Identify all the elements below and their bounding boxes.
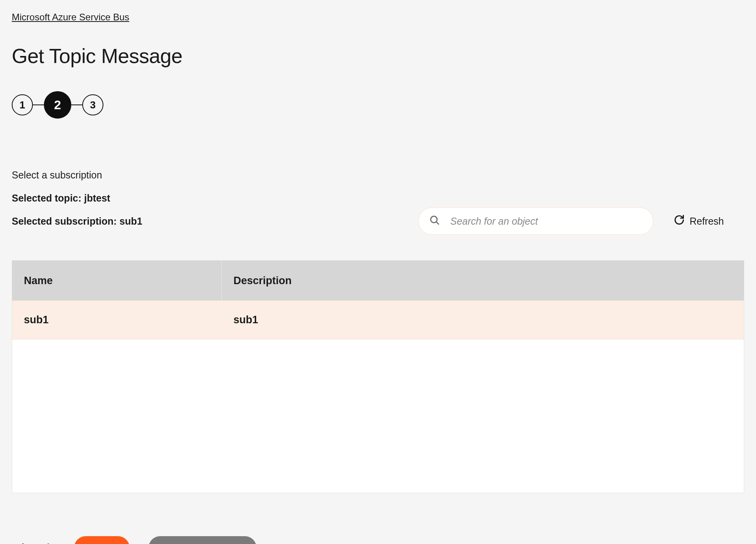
subscription-table: Name Description sub1 sub1	[12, 260, 744, 493]
refresh-button[interactable]: Refresh	[669, 211, 729, 231]
table-cell-name: sub1	[12, 314, 222, 326]
breadcrumb-link[interactable]: Microsoft Azure Service Bus	[12, 12, 129, 23]
back-label: Back	[27, 542, 53, 544]
section-subtitle: Select a subscription	[12, 169, 744, 181]
back-button[interactable]: Back	[16, 539, 55, 544]
refresh-icon	[674, 214, 685, 228]
step-connector	[33, 104, 44, 106]
table-header-name[interactable]: Name	[12, 261, 222, 301]
chevron-left-icon	[19, 542, 24, 544]
step-2[interactable]: 2	[44, 91, 71, 119]
refresh-label: Refresh	[689, 216, 724, 227]
discard-button[interactable]: Discard Changes	[148, 536, 257, 544]
stepper: 1 2 3	[12, 91, 744, 119]
table-header: Name Description	[12, 261, 744, 301]
selected-topic-label: Selected topic: jbtest	[12, 193, 744, 204]
search-container	[418, 207, 653, 235]
next-button[interactable]: Next	[74, 536, 130, 544]
table-row[interactable]: sub1 sub1	[12, 301, 744, 340]
step-1[interactable]: 1	[12, 94, 33, 115]
step-connector	[71, 104, 82, 106]
table-cell-description: sub1	[222, 314, 744, 326]
table-header-description[interactable]: Description	[222, 275, 744, 287]
button-row: Back Next Discard Changes	[12, 536, 744, 544]
step-3[interactable]: 3	[82, 94, 103, 115]
search-input[interactable]	[418, 207, 653, 235]
page-title: Get Topic Message	[12, 44, 744, 68]
